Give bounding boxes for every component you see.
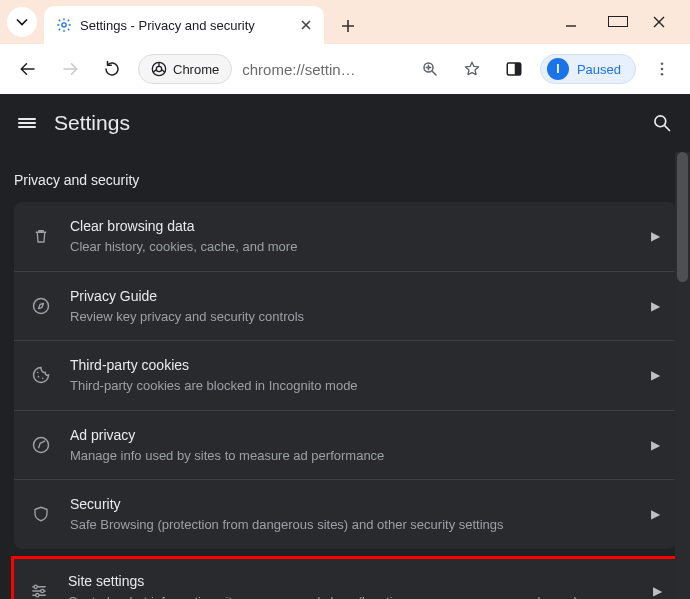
row-title: Third-party cookies (70, 355, 627, 376)
row-title: Site settings (68, 571, 629, 592)
kebab-menu-icon (653, 60, 671, 78)
svg-point-6 (661, 62, 664, 65)
side-panel-icon (505, 60, 523, 78)
row-subtitle: Safe Browsing (protection from dangerous… (70, 515, 627, 535)
nav-back-button[interactable] (12, 53, 44, 85)
window-close-button[interactable] (652, 15, 672, 29)
tab-title: Settings - Privacy and security (80, 18, 255, 33)
section-heading: Privacy and security (0, 152, 690, 202)
row-site-settings[interactable]: Site settings Controls what information … (12, 557, 678, 600)
profile-status-label: Paused (577, 62, 621, 77)
row-security[interactable]: Security Safe Browsing (protection from … (14, 479, 676, 549)
page-title: Settings (54, 111, 130, 135)
compass-icon (30, 296, 52, 316)
zoom-button[interactable] (414, 53, 446, 85)
settings-header: Settings (0, 94, 690, 152)
row-title: Security (70, 494, 627, 515)
settings-gear-icon (56, 17, 72, 33)
browser-toolbar: Chrome chrome://settin… I Paused (0, 44, 690, 94)
tune-icon (28, 581, 50, 599)
page-scrollbar[interactable] (675, 152, 690, 599)
chevron-right-icon: ▶ (647, 584, 662, 598)
row-subtitle: Clear history, cookies, cache, and more (70, 237, 627, 257)
row-third-party-cookies[interactable]: Third-party cookies Third-party cookies … (14, 340, 676, 410)
svg-rect-5 (515, 63, 521, 75)
chevron-right-icon: ▶ (645, 438, 660, 452)
row-site-settings-highlight: Site settings Controls what information … (12, 557, 678, 600)
chevron-right-icon: ▶ (645, 299, 660, 313)
chevron-right-icon: ▶ (645, 368, 660, 382)
settings-menu-button[interactable] (18, 116, 36, 130)
svg-point-8 (661, 73, 664, 76)
shield-icon (30, 504, 52, 524)
window-minimize-button[interactable] (564, 15, 584, 29)
svg-point-16 (41, 589, 44, 592)
svg-point-15 (34, 585, 37, 588)
chevron-right-icon: ▶ (645, 507, 660, 521)
scrollbar-thumb[interactable] (677, 152, 688, 282)
hamburger-icon (18, 118, 36, 120)
close-icon (652, 15, 666, 29)
side-panel-button[interactable] (498, 53, 530, 85)
nav-forward-button[interactable] (54, 53, 86, 85)
close-icon (300, 19, 312, 31)
window-maximize-button[interactable] (608, 14, 628, 30)
star-icon (463, 60, 481, 78)
tab-close-button[interactable] (300, 19, 312, 31)
nav-reload-button[interactable] (96, 53, 128, 85)
window-controls (564, 0, 690, 44)
cookie-icon (30, 365, 52, 385)
row-title: Privacy Guide (70, 286, 627, 307)
plus-icon (340, 18, 356, 34)
svg-point-0 (62, 23, 66, 27)
profile-avatar: I (547, 58, 569, 80)
search-icon (652, 113, 672, 133)
new-tab-button[interactable] (330, 8, 366, 44)
settings-search-button[interactable] (652, 113, 672, 133)
row-title: Clear browsing data (70, 216, 627, 237)
tab-search-button[interactable] (0, 0, 44, 44)
omnibox[interactable]: chrome://settin… (242, 61, 404, 78)
bookmark-button[interactable] (456, 53, 488, 85)
chevron-right-icon: ▶ (645, 229, 660, 243)
svg-point-14 (34, 437, 49, 452)
arrow-right-icon (61, 60, 79, 78)
row-subtitle: Review key privacy and security controls (70, 307, 627, 327)
ads-icon (30, 435, 52, 455)
row-clear-browsing-data[interactable]: Clear browsing data Clear history, cooki… (14, 202, 676, 271)
svg-point-2 (156, 66, 161, 71)
site-chip[interactable]: Chrome (138, 54, 232, 84)
svg-point-13 (37, 372, 39, 374)
trash-icon (30, 227, 52, 245)
minimize-icon (564, 15, 578, 29)
row-subtitle: Third-party cookies are blocked in Incog… (70, 376, 627, 396)
row-ad-privacy[interactable]: Ad privacy Manage info used by sites to … (14, 410, 676, 480)
row-title: Ad privacy (70, 425, 627, 446)
browser-titlebar: Settings - Privacy and security (0, 0, 690, 44)
row-privacy-guide[interactable]: Privacy Guide Review key privacy and sec… (14, 271, 676, 341)
settings-page: Settings Privacy and security Clear brow… (0, 94, 690, 599)
browser-menu-button[interactable] (646, 53, 678, 85)
browser-tab[interactable]: Settings - Privacy and security (44, 6, 324, 44)
row-subtitle: Controls what information sites can use … (68, 592, 629, 600)
svg-point-10 (34, 298, 49, 313)
svg-point-11 (38, 376, 40, 378)
reload-icon (103, 60, 121, 78)
privacy-card: Clear browsing data Clear history, cooki… (14, 202, 676, 549)
svg-point-12 (42, 378, 44, 380)
row-subtitle: Manage info used by sites to measure ad … (70, 446, 627, 466)
svg-point-17 (36, 593, 39, 596)
chrome-logo-icon (151, 61, 167, 77)
site-chip-label: Chrome (173, 62, 219, 77)
arrow-left-icon (19, 60, 37, 78)
svg-point-7 (661, 68, 664, 71)
profile-button[interactable]: I Paused (540, 54, 636, 84)
svg-point-9 (655, 116, 666, 127)
maximize-icon (608, 16, 628, 27)
chevron-down-icon (16, 16, 28, 28)
zoom-icon (421, 60, 439, 78)
